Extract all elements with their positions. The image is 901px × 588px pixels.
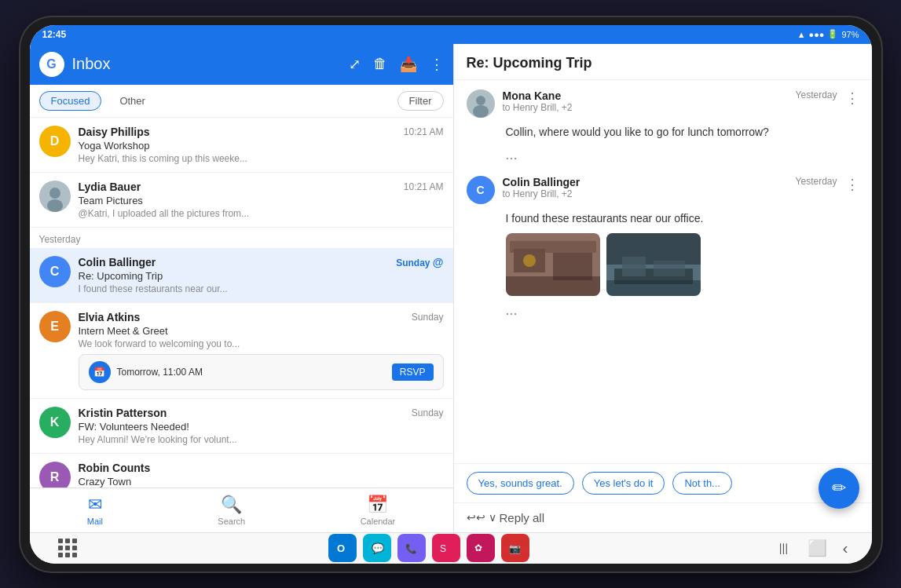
nav-calendar[interactable]: 📅 Calendar (361, 495, 396, 526)
filter-button[interactable]: Filter (397, 91, 444, 111)
chat-icon[interactable]: 💬 (363, 534, 391, 562)
outlook-icon[interactable]: O (328, 534, 357, 562)
email-content-robin: Robin Counts Crazy Town (79, 462, 444, 488)
reply-bar: ↩↩ ∨ Reply all (454, 502, 872, 532)
email-item-daisy[interactable]: D Daisy Phillips 10:21 AM Yoga Workshop … (30, 118, 453, 173)
home-icon[interactable]: ⬜ (808, 539, 827, 557)
expand-icon[interactable]: ⤢ (349, 56, 361, 73)
svg-text:📷: 📷 (509, 542, 521, 554)
email-item-elvia[interactable]: E Elvia Atkins Sunday Intern Meet & Gree… (30, 303, 453, 399)
more-mona[interactable]: ⋮ (845, 89, 859, 107)
email-content-daisy: Daisy Phillips 10:21 AM Yoga Workshop He… (79, 126, 444, 164)
tab-other[interactable]: Other (108, 91, 157, 111)
compose-fab[interactable]: ✏ (819, 468, 859, 509)
svg-text:📞: 📞 (405, 542, 417, 554)
time-colin: Sunday @ (396, 256, 443, 268)
avatar-lydia (39, 181, 71, 212)
battery-icon: 🔋 (827, 29, 838, 39)
quick-reply-2[interactable]: Yes let's do it (582, 472, 665, 495)
nav-search[interactable]: 🔍 Search (218, 495, 245, 526)
email-messages: Mona Kane to Henry Brill, +2 Yesterday ⋮… (454, 80, 872, 463)
sender-name-colin: Colin Ballinger (503, 176, 788, 188)
battery-percent: 97% (841, 30, 859, 39)
sender-lydia: Lydia Bauer (79, 181, 141, 193)
svg-point-4 (476, 96, 485, 105)
message-header-colin: C Colin Ballinger to Henry Brill, +2 Yes… (467, 176, 859, 204)
restaurant-img-1 (506, 233, 600, 296)
compose-icon: ✏ (832, 478, 846, 499)
sender-info-colin: Colin Ballinger to Henry Brill, +2 (503, 176, 788, 199)
email-list: D Daisy Phillips 10:21 AM Yoga Workshop … (30, 118, 453, 488)
svg-text:S: S (440, 543, 446, 554)
mail-icon: ✉ (88, 495, 102, 515)
preview-kristin: Hey Alumni! We're looking for volunt... (79, 434, 444, 445)
system-nav-buttons: ⫼ ⬜ ‹ (776, 539, 848, 557)
slack-icon[interactable]: S (432, 534, 460, 562)
camera-icon[interactable]: 📷 (501, 534, 529, 562)
svg-rect-8 (553, 253, 592, 280)
svg-point-1 (49, 188, 60, 199)
email-header-kristin: Kristin Patterson Sunday (79, 407, 444, 419)
ellipsis-colin: ... (506, 302, 859, 319)
recents-icon[interactable]: ⫼ (776, 539, 792, 557)
sync-icon: @ (433, 256, 444, 268)
subject-colin: Re: Upcoming Trip (79, 270, 444, 282)
date-separator-yesterday: Yesterday (30, 228, 453, 248)
email-item-colin[interactable]: C Colin Ballinger Sunday @ Re: Upcoming … (30, 248, 453, 303)
detail-header: Re: Upcoming Trip (454, 44, 872, 80)
rsvp-button[interactable]: RSVP (392, 363, 434, 381)
app-title: Inbox (72, 55, 111, 73)
body-colin: I found these restaurants near our offic… (506, 210, 859, 227)
svg-text:✿: ✿ (474, 542, 482, 553)
header-left: G Inbox (39, 52, 111, 77)
more-colin[interactable]: ⋮ (845, 176, 859, 193)
quick-reply-3[interactable]: Not th... (672, 472, 732, 495)
back-icon[interactable]: ‹ (843, 539, 848, 557)
email-header-lydia: Lydia Bauer 10:21 AM (79, 181, 444, 193)
email-content-elvia: Elvia Atkins Sunday Intern Meet & Greet … (79, 311, 444, 390)
email-item-kristin[interactable]: K Kristin Patterson Sunday FW: Volunteer… (30, 399, 453, 454)
avatar-colin-detail: C (467, 176, 495, 204)
sender-elvia: Elvia Atkins (79, 311, 141, 323)
svg-point-5 (473, 105, 489, 118)
reply-all-button[interactable]: ↩↩ ∨ Reply all (467, 511, 545, 524)
apps-grid-icon[interactable] (53, 534, 82, 562)
archive-icon[interactable]: 📥 (400, 56, 417, 73)
message-header-mona: Mona Kane to Henry Brill, +2 Yesterday ⋮ (467, 89, 859, 118)
preview-daisy: Hey Katri, this is coming up this weeke.… (79, 153, 444, 164)
nav-mail[interactable]: ✉ Mail (87, 495, 103, 526)
flower-icon[interactable]: ✿ (467, 534, 495, 562)
more-icon[interactable]: ⋮ (430, 56, 444, 73)
mail-label: Mail (87, 517, 103, 526)
preview-colin: I found these restaurants near our... (79, 283, 444, 294)
svg-rect-17 (606, 280, 701, 296)
device: 12:45 ▲ ●●● 🔋 97% G Inbox ⤢ (19, 16, 883, 573)
search-icon: 🔍 (221, 495, 242, 515)
detail-subject: Re: Upcoming Trip (467, 55, 592, 71)
delete-icon[interactable]: 🗑 (373, 56, 387, 73)
svg-rect-13 (606, 233, 701, 265)
google-logo: G (39, 52, 64, 77)
avatar-colin: C (39, 256, 71, 287)
email-list-panel: G Inbox ⤢ 🗑 📥 ⋮ Focused Other Filter (30, 44, 454, 532)
status-icons: ▲ ●●● 🔋 97% (797, 29, 859, 39)
subject-elvia: Intern Meet & Greet (79, 325, 444, 337)
viber-icon[interactable]: 📞 (397, 534, 426, 562)
message-mona: Mona Kane to Henry Brill, +2 Yesterday ⋮… (467, 89, 859, 163)
calendar-rsvp-icon: 📅 (89, 361, 111, 383)
main-content: G Inbox ⤢ 🗑 📥 ⋮ Focused Other Filter (30, 44, 872, 532)
email-detail-panel: Re: Upcoming Trip (454, 44, 872, 532)
header-icons: ⤢ 🗑 📥 ⋮ (349, 56, 444, 73)
restaurant-img-2 (606, 233, 701, 296)
email-header-colin: Colin Ballinger Sunday @ (79, 256, 444, 268)
svg-point-10 (523, 254, 536, 267)
email-item-robin[interactable]: R Robin Counts Crazy Town (30, 454, 453, 488)
wifi-icon: ▲ (797, 30, 806, 39)
sender-name-mona: Mona Kane (503, 89, 788, 102)
time-lydia: 10:21 AM (404, 181, 444, 192)
subject-kristin: FW: Volunteers Needed! (79, 421, 444, 433)
tab-focused[interactable]: Focused (39, 91, 102, 111)
email-item-lydia[interactable]: Lydia Bauer 10:21 AM Team Pictures @Katr… (30, 173, 453, 228)
svg-rect-15 (622, 257, 646, 276)
quick-reply-1[interactable]: Yes, sounds great. (467, 472, 574, 495)
